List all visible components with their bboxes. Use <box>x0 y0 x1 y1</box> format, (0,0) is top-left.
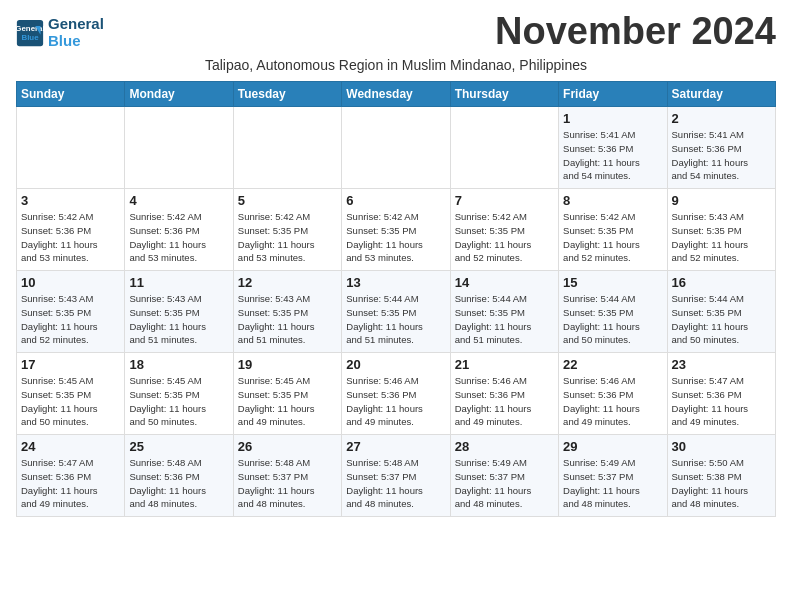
day-info: Sunrise: 5:43 AM Sunset: 5:35 PM Dayligh… <box>672 210 771 265</box>
day-number: 24 <box>21 439 120 454</box>
logo: General Blue General Blue <box>16 16 104 49</box>
day-number: 19 <box>238 357 337 372</box>
day-number: 6 <box>346 193 445 208</box>
day-number: 25 <box>129 439 228 454</box>
day-info: Sunrise: 5:49 AM Sunset: 5:37 PM Dayligh… <box>563 456 662 511</box>
day-number: 14 <box>455 275 554 290</box>
calendar-cell: 27Sunrise: 5:48 AM Sunset: 5:37 PM Dayli… <box>342 435 450 517</box>
calendar-cell: 16Sunrise: 5:44 AM Sunset: 5:35 PM Dayli… <box>667 271 775 353</box>
day-info: Sunrise: 5:42 AM Sunset: 5:36 PM Dayligh… <box>21 210 120 265</box>
calendar-cell: 10Sunrise: 5:43 AM Sunset: 5:35 PM Dayli… <box>17 271 125 353</box>
calendar-cell <box>17 107 125 189</box>
header-sunday: Sunday <box>17 82 125 107</box>
svg-text:Blue: Blue <box>21 33 39 42</box>
calendar-cell: 9Sunrise: 5:43 AM Sunset: 5:35 PM Daylig… <box>667 189 775 271</box>
day-number: 15 <box>563 275 662 290</box>
calendar-week-3: 10Sunrise: 5:43 AM Sunset: 5:35 PM Dayli… <box>17 271 776 353</box>
calendar-cell: 8Sunrise: 5:42 AM Sunset: 5:35 PM Daylig… <box>559 189 667 271</box>
day-number: 10 <box>21 275 120 290</box>
day-number: 4 <box>129 193 228 208</box>
day-info: Sunrise: 5:44 AM Sunset: 5:35 PM Dayligh… <box>672 292 771 347</box>
day-info: Sunrise: 5:41 AM Sunset: 5:36 PM Dayligh… <box>672 128 771 183</box>
day-number: 3 <box>21 193 120 208</box>
calendar-cell: 28Sunrise: 5:49 AM Sunset: 5:37 PM Dayli… <box>450 435 558 517</box>
day-number: 9 <box>672 193 771 208</box>
day-number: 21 <box>455 357 554 372</box>
calendar-cell: 20Sunrise: 5:46 AM Sunset: 5:36 PM Dayli… <box>342 353 450 435</box>
day-number: 28 <box>455 439 554 454</box>
logo-text-blue: Blue <box>48 33 104 50</box>
day-info: Sunrise: 5:42 AM Sunset: 5:35 PM Dayligh… <box>346 210 445 265</box>
calendar-cell <box>233 107 341 189</box>
calendar-cell: 3Sunrise: 5:42 AM Sunset: 5:36 PM Daylig… <box>17 189 125 271</box>
calendar-cell <box>342 107 450 189</box>
page-header: General Blue General Blue November 2024 <box>16 10 776 53</box>
day-number: 22 <box>563 357 662 372</box>
calendar-cell: 23Sunrise: 5:47 AM Sunset: 5:36 PM Dayli… <box>667 353 775 435</box>
calendar-table: SundayMondayTuesdayWednesdayThursdayFrid… <box>16 81 776 517</box>
day-info: Sunrise: 5:47 AM Sunset: 5:36 PM Dayligh… <box>21 456 120 511</box>
day-number: 12 <box>238 275 337 290</box>
day-number: 17 <box>21 357 120 372</box>
day-info: Sunrise: 5:46 AM Sunset: 5:36 PM Dayligh… <box>455 374 554 429</box>
calendar-cell: 26Sunrise: 5:48 AM Sunset: 5:37 PM Dayli… <box>233 435 341 517</box>
logo-icon: General Blue <box>16 19 44 47</box>
calendar-cell: 7Sunrise: 5:42 AM Sunset: 5:35 PM Daylig… <box>450 189 558 271</box>
day-number: 5 <box>238 193 337 208</box>
day-number: 20 <box>346 357 445 372</box>
day-number: 18 <box>129 357 228 372</box>
day-number: 16 <box>672 275 771 290</box>
page-subtitle: Talipao, Autonomous Region in Muslim Min… <box>16 57 776 73</box>
calendar-cell: 29Sunrise: 5:49 AM Sunset: 5:37 PM Dayli… <box>559 435 667 517</box>
calendar-cell: 1Sunrise: 5:41 AM Sunset: 5:36 PM Daylig… <box>559 107 667 189</box>
day-number: 23 <box>672 357 771 372</box>
calendar-cell: 4Sunrise: 5:42 AM Sunset: 5:36 PM Daylig… <box>125 189 233 271</box>
day-number: 29 <box>563 439 662 454</box>
calendar-header-row: SundayMondayTuesdayWednesdayThursdayFrid… <box>17 82 776 107</box>
calendar-cell: 21Sunrise: 5:46 AM Sunset: 5:36 PM Dayli… <box>450 353 558 435</box>
calendar-cell <box>125 107 233 189</box>
header-wednesday: Wednesday <box>342 82 450 107</box>
day-info: Sunrise: 5:43 AM Sunset: 5:35 PM Dayligh… <box>21 292 120 347</box>
calendar-cell: 22Sunrise: 5:46 AM Sunset: 5:36 PM Dayli… <box>559 353 667 435</box>
header-friday: Friday <box>559 82 667 107</box>
calendar-cell: 12Sunrise: 5:43 AM Sunset: 5:35 PM Dayli… <box>233 271 341 353</box>
day-info: Sunrise: 5:47 AM Sunset: 5:36 PM Dayligh… <box>672 374 771 429</box>
calendar-cell: 19Sunrise: 5:45 AM Sunset: 5:35 PM Dayli… <box>233 353 341 435</box>
day-info: Sunrise: 5:44 AM Sunset: 5:35 PM Dayligh… <box>455 292 554 347</box>
day-info: Sunrise: 5:48 AM Sunset: 5:37 PM Dayligh… <box>238 456 337 511</box>
logo-text-general: General <box>48 16 104 33</box>
day-number: 1 <box>563 111 662 126</box>
header-monday: Monday <box>125 82 233 107</box>
day-info: Sunrise: 5:42 AM Sunset: 5:35 PM Dayligh… <box>455 210 554 265</box>
day-number: 7 <box>455 193 554 208</box>
calendar-cell: 18Sunrise: 5:45 AM Sunset: 5:35 PM Dayli… <box>125 353 233 435</box>
calendar-cell: 5Sunrise: 5:42 AM Sunset: 5:35 PM Daylig… <box>233 189 341 271</box>
day-info: Sunrise: 5:42 AM Sunset: 5:35 PM Dayligh… <box>563 210 662 265</box>
day-number: 30 <box>672 439 771 454</box>
day-number: 11 <box>129 275 228 290</box>
day-info: Sunrise: 5:42 AM Sunset: 5:35 PM Dayligh… <box>238 210 337 265</box>
day-info: Sunrise: 5:45 AM Sunset: 5:35 PM Dayligh… <box>21 374 120 429</box>
calendar-cell: 30Sunrise: 5:50 AM Sunset: 5:38 PM Dayli… <box>667 435 775 517</box>
header-saturday: Saturday <box>667 82 775 107</box>
calendar-cell: 2Sunrise: 5:41 AM Sunset: 5:36 PM Daylig… <box>667 107 775 189</box>
calendar-cell: 15Sunrise: 5:44 AM Sunset: 5:35 PM Dayli… <box>559 271 667 353</box>
day-number: 27 <box>346 439 445 454</box>
day-number: 8 <box>563 193 662 208</box>
calendar-cell: 17Sunrise: 5:45 AM Sunset: 5:35 PM Dayli… <box>17 353 125 435</box>
day-info: Sunrise: 5:45 AM Sunset: 5:35 PM Dayligh… <box>238 374 337 429</box>
calendar-week-2: 3Sunrise: 5:42 AM Sunset: 5:36 PM Daylig… <box>17 189 776 271</box>
day-info: Sunrise: 5:48 AM Sunset: 5:37 PM Dayligh… <box>346 456 445 511</box>
calendar-cell: 25Sunrise: 5:48 AM Sunset: 5:36 PM Dayli… <box>125 435 233 517</box>
day-info: Sunrise: 5:43 AM Sunset: 5:35 PM Dayligh… <box>238 292 337 347</box>
day-info: Sunrise: 5:41 AM Sunset: 5:36 PM Dayligh… <box>563 128 662 183</box>
day-info: Sunrise: 5:44 AM Sunset: 5:35 PM Dayligh… <box>563 292 662 347</box>
calendar-cell: 14Sunrise: 5:44 AM Sunset: 5:35 PM Dayli… <box>450 271 558 353</box>
calendar-week-5: 24Sunrise: 5:47 AM Sunset: 5:36 PM Dayli… <box>17 435 776 517</box>
day-info: Sunrise: 5:43 AM Sunset: 5:35 PM Dayligh… <box>129 292 228 347</box>
day-number: 13 <box>346 275 445 290</box>
day-info: Sunrise: 5:50 AM Sunset: 5:38 PM Dayligh… <box>672 456 771 511</box>
day-info: Sunrise: 5:46 AM Sunset: 5:36 PM Dayligh… <box>346 374 445 429</box>
calendar-cell: 6Sunrise: 5:42 AM Sunset: 5:35 PM Daylig… <box>342 189 450 271</box>
